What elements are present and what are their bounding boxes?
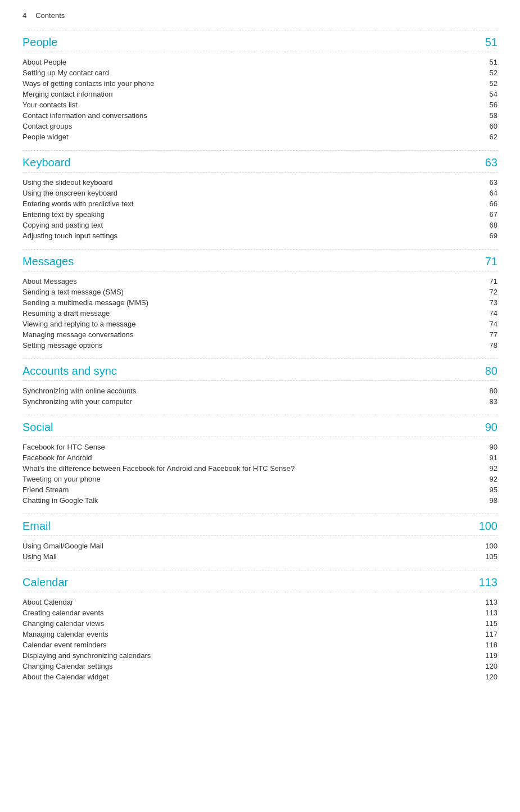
- toc-entries-accounts-and-sync: Synchronizing with online accounts80Sync…: [22, 383, 498, 412]
- toc-entry: Adjusting touch input settings69: [22, 230, 498, 241]
- toc-entry: Entering words with predictive text66: [22, 198, 498, 209]
- section-header-calendar: Calendar113: [22, 573, 498, 592]
- section-page-keyboard: 63: [485, 156, 498, 169]
- toc-entry: Synchronizing with online accounts80: [22, 385, 498, 396]
- toc-entry: Entering text by speaking67: [22, 209, 498, 220]
- toc-entry-label: Adjusting touch input settings: [22, 232, 475, 240]
- toc-entry-label: Managing calendar events: [22, 630, 475, 638]
- toc-entry-label: Contact information and conversations: [22, 111, 475, 120]
- toc-entry-label: Ways of getting contacts into your phone: [22, 79, 475, 88]
- toc-entry-page: 69: [475, 232, 498, 240]
- toc-entry-page: 73: [475, 298, 498, 307]
- section-header-people: People51: [22, 33, 498, 52]
- toc-entry-page: 64: [475, 189, 498, 197]
- toc-entry-label: Your contacts list: [22, 101, 475, 109]
- toc-entries-social: Facebook for HTC Sense90Facebook for And…: [22, 439, 498, 511]
- section-title-messages: Messages: [22, 255, 74, 268]
- toc-entry-label: Using Mail: [22, 552, 475, 561]
- toc-entry-label: About People: [22, 58, 475, 66]
- section-accounts-and-sync: Accounts and sync80Synchronizing with on…: [22, 359, 498, 412]
- toc-entry-label: Setting message options: [22, 341, 475, 350]
- toc-entry-label: Tweeting on your phone: [22, 475, 475, 483]
- toc-entry-page: 58: [475, 111, 498, 120]
- toc-entry-label: Using Gmail/Google Mail: [22, 542, 475, 550]
- toc-entry-page: 117: [475, 630, 498, 638]
- section-page-accounts-and-sync: 80: [485, 365, 498, 378]
- toc-entry: Your contacts list56: [22, 99, 498, 110]
- toc-entry-label: Friend Stream: [22, 486, 475, 494]
- toc-entry-page: 78: [475, 341, 498, 350]
- toc-entry: Changing calendar views115: [22, 618, 498, 629]
- toc-entry-page: 62: [475, 133, 498, 141]
- section-title-keyboard: Keyboard: [22, 156, 71, 169]
- toc-entry-label: Sending a multimedia message (MMS): [22, 298, 475, 307]
- section-header-keyboard: Keyboard63: [22, 153, 498, 173]
- toc-entry: Using the onscreen keyboard64: [22, 188, 498, 198]
- toc-entry: Using the slideout keyboard63: [22, 177, 498, 188]
- toc-entry: Displaying and synchronizing calendars11…: [22, 650, 498, 661]
- toc-entry-page: 120: [475, 662, 498, 670]
- section-calendar: Calendar113About Calendar113Creating cal…: [22, 570, 498, 688]
- toc-entry-page: 72: [475, 288, 498, 296]
- toc-entries-email: Using Gmail/Google Mail100Using Mail105: [22, 538, 498, 568]
- toc-entry-label: Changing Calendar settings: [22, 662, 475, 670]
- toc-entry: Contact groups60: [22, 121, 498, 131]
- toc-entry: Contact information and conversations58: [22, 110, 498, 121]
- toc-entry: Managing message conversations77: [22, 329, 498, 340]
- toc-entry-page: 66: [475, 199, 498, 208]
- toc-entries-messages: About Messages71Sending a text message (…: [22, 274, 498, 356]
- section-title-calendar: Calendar: [22, 576, 68, 589]
- section-social: Social90Facebook for HTC Sense90Facebook…: [22, 415, 498, 511]
- toc-entry: Synchronizing with your computer83: [22, 396, 498, 407]
- toc-entry-label: Synchronizing with online accounts: [22, 387, 475, 395]
- toc-entry: People widget62: [22, 131, 498, 142]
- toc-entry: Calendar event reminders118: [22, 639, 498, 650]
- toc-entry-page: 74: [475, 320, 498, 328]
- toc-entry-page: 68: [475, 221, 498, 229]
- toc-entry-page: 51: [475, 58, 498, 66]
- toc-entry-page: 52: [475, 69, 498, 77]
- toc-entry: Setting message options78: [22, 340, 498, 351]
- toc-entry-page: 60: [475, 122, 498, 130]
- toc-entry: Using Gmail/Google Mail100: [22, 541, 498, 551]
- toc-entry-page: 52: [475, 79, 498, 88]
- toc-entry-page: 115: [475, 619, 498, 628]
- section-header-accounts-and-sync: Accounts and sync80: [22, 361, 498, 381]
- toc-entry-page: 100: [475, 542, 498, 550]
- toc-entry: About Calendar113: [22, 597, 498, 607]
- section-header-messages: Messages71: [22, 252, 498, 271]
- toc-entry-label: Merging contact information: [22, 90, 475, 98]
- toc-entry: Sending a multimedia message (MMS)73: [22, 297, 498, 308]
- toc-entry: About People51: [22, 57, 498, 67]
- toc-entry: Viewing and replying to a message74: [22, 319, 498, 329]
- toc-entries-keyboard: Using the slideout keyboard63Using the o…: [22, 175, 498, 247]
- section-messages: Messages71About Messages71Sending a text…: [22, 249, 498, 356]
- toc-entry-page: 71: [475, 277, 498, 285]
- toc-entry: Using Mail105: [22, 551, 498, 562]
- toc-entry: Tweeting on your phone92: [22, 474, 498, 484]
- toc-entry: Managing calendar events117: [22, 629, 498, 639]
- toc-entry-page: 118: [475, 641, 498, 649]
- toc-entry-page: 105: [475, 552, 498, 561]
- toc-entry-label: People widget: [22, 133, 475, 141]
- toc-entry-page: 113: [475, 609, 498, 617]
- toc-entry-label: Setting up My contact card: [22, 69, 475, 77]
- toc-entry: Sending a text message (SMS)72: [22, 287, 498, 297]
- toc-entry-label: Using the onscreen keyboard: [22, 189, 475, 197]
- section-title-people: People: [22, 36, 57, 49]
- section-page-email: 100: [479, 520, 498, 533]
- section-page-people: 51: [485, 36, 498, 49]
- toc-entry-label: Calendar event reminders: [22, 641, 475, 649]
- toc-entry-page: 83: [475, 397, 498, 406]
- toc-entry-page: 63: [475, 178, 498, 187]
- section-title-accounts-and-sync: Accounts and sync: [22, 365, 117, 378]
- toc-entries-calendar: About Calendar113Creating calendar event…: [22, 595, 498, 688]
- section-page-social: 90: [485, 421, 498, 434]
- toc-entry: Chatting in Google Talk98: [22, 495, 498, 506]
- toc-entry-page: 91: [475, 453, 498, 462]
- toc-entry-label: Using the slideout keyboard: [22, 178, 475, 187]
- toc-entry-page: 67: [475, 210, 498, 219]
- toc-entry-label: Viewing and replying to a message: [22, 320, 475, 328]
- toc-entry-label: Displaying and synchronizing calendars: [22, 651, 475, 660]
- page-label: Contents: [35, 11, 65, 20]
